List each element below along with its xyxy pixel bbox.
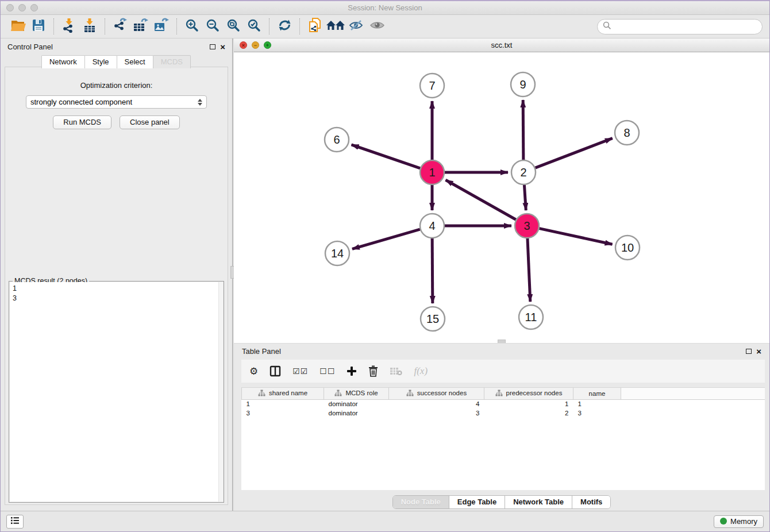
table-panel-header: Table Panel × xyxy=(234,344,769,358)
hide-selected-button[interactable] xyxy=(346,17,367,36)
graph-node-label: 8 xyxy=(623,126,630,139)
column-header-predecessor-nodes[interactable]: predecessor nodes xyxy=(484,388,573,399)
export-image-icon xyxy=(153,18,170,35)
import-network-button[interactable] xyxy=(59,17,79,36)
mcds-result-text[interactable]: 1 3 xyxy=(10,282,223,502)
select-all-rows-icon[interactable]: ☑☑ xyxy=(292,367,308,376)
minimize-window-button[interactable] xyxy=(18,4,26,11)
toolbar-separator xyxy=(269,18,270,34)
save-session-button[interactable] xyxy=(28,17,49,36)
graph-edge-2-9[interactable] xyxy=(523,100,523,160)
deselect-all-rows-icon[interactable]: ☐☐ xyxy=(319,367,335,376)
mcds-result-group: MCDS result (2 nodes) 1 3 xyxy=(9,281,224,503)
export-image-button[interactable] xyxy=(151,17,172,36)
search-input[interactable] xyxy=(615,22,757,31)
optimization-criterion-label: Optimization criterion: xyxy=(5,81,228,90)
graph-edge-2-3[interactable] xyxy=(524,185,526,210)
network-title: scc.txt xyxy=(491,41,513,49)
tab-network[interactable]: Network xyxy=(41,55,85,68)
run-mcds-button[interactable]: Run MCDS xyxy=(53,115,111,129)
table-settings-gear-icon[interactable]: ⚙ xyxy=(249,365,258,377)
export-network-button[interactable] xyxy=(110,17,130,36)
clone-network-button[interactable] xyxy=(305,17,325,36)
memory-label: Memory xyxy=(730,517,757,526)
zoom-in-button[interactable] xyxy=(182,17,202,36)
memory-button[interactable]: Memory xyxy=(714,515,764,528)
graph-edge-4-15[interactable] xyxy=(432,238,433,303)
tab-network-table[interactable]: Network Table xyxy=(505,496,572,508)
criterion-dropdown[interactable]: strongly connected component xyxy=(26,95,207,109)
tab-style[interactable]: Style xyxy=(84,55,117,68)
apply-layout-button[interactable] xyxy=(274,17,295,36)
task-history-button[interactable] xyxy=(6,515,24,529)
open-session-button[interactable] xyxy=(7,17,28,36)
add-column-plus-icon[interactable] xyxy=(346,366,357,376)
table-tabs: Node TableEdge TableNetwork TableMotifs xyxy=(392,495,611,509)
graph-edge-3-11[interactable] xyxy=(528,238,530,302)
control-panel-tabs: NetworkStyleSelectMCDS xyxy=(1,55,232,68)
close-window-button[interactable] xyxy=(6,4,14,11)
network-graph[interactable]: 7968124314101511 xyxy=(234,52,769,341)
graph-node-label: 3 xyxy=(523,219,530,232)
close-table-panel-icon[interactable]: × xyxy=(756,347,761,356)
zoom-fit-button[interactable] xyxy=(223,17,244,36)
export-table-icon xyxy=(133,18,149,35)
column-header-successor-nodes[interactable]: successor nodes xyxy=(389,388,484,399)
close-panel-button[interactable]: Close panel xyxy=(120,115,180,129)
graph-node-label: 2 xyxy=(520,166,526,179)
graph-edge-1-6[interactable] xyxy=(352,145,421,168)
tab-mcds[interactable]: MCDS xyxy=(153,55,191,68)
zoom-out-icon xyxy=(206,18,220,34)
control-panel: Control Panel × NetworkStyleSelectMCDS O… xyxy=(1,38,232,511)
search-icon xyxy=(603,21,611,32)
tab-edge-table[interactable]: Edge Table xyxy=(449,496,505,508)
first-neighbors-button[interactable] xyxy=(325,17,346,36)
network-canvas[interactable]: 7968124314101511 xyxy=(234,52,769,341)
node-table: shared nameMCDS rolesuccessor nodesprede… xyxy=(241,387,765,490)
import-network-icon xyxy=(61,18,76,35)
graph-node-label: 15 xyxy=(426,313,439,325)
window-title: Session: New Session xyxy=(348,3,422,12)
column-header-name[interactable]: name xyxy=(573,388,621,399)
tab-node-table[interactable]: Node Table xyxy=(393,496,449,508)
zoom-selected-button[interactable] xyxy=(244,17,264,36)
tab-select[interactable]: Select xyxy=(117,55,153,68)
delete-trash-icon[interactable] xyxy=(368,365,378,377)
tab-motifs[interactable]: Motifs xyxy=(572,496,610,508)
save-icon xyxy=(32,18,45,34)
column-header-mcds-role[interactable]: MCDS role xyxy=(324,388,389,399)
close-network-button[interactable]: × xyxy=(240,41,247,49)
graph-node-label: 6 xyxy=(333,133,340,146)
column-namespace-icon xyxy=(406,390,414,398)
table-row[interactable]: 3dominator323 xyxy=(242,408,765,418)
graph-edge-2-8[interactable] xyxy=(536,138,613,168)
result-scrollbar[interactable] xyxy=(218,282,223,502)
column-header-shared-name[interactable]: shared name xyxy=(242,388,324,399)
control-panel-header: Control Panel × xyxy=(1,38,232,55)
float-table-panel-icon[interactable] xyxy=(746,349,752,354)
column-namespace-icon xyxy=(334,390,342,398)
show-all-button[interactable] xyxy=(367,17,387,36)
zoom-out-button[interactable] xyxy=(202,17,223,36)
float-panel-icon[interactable] xyxy=(210,44,215,49)
window-titlebar: Session: New Session xyxy=(1,1,769,15)
table-row[interactable]: 1dominator411 xyxy=(242,399,765,408)
close-panel-icon[interactable]: × xyxy=(220,43,225,51)
import-table-button[interactable] xyxy=(79,17,100,36)
mcds-panel: Optimization criterion: strongly connect… xyxy=(5,67,228,505)
eye-slash-icon xyxy=(349,19,364,34)
graph-node-label: 10 xyxy=(621,241,634,254)
graph-edge-4-14[interactable] xyxy=(352,229,420,249)
export-table-button[interactable] xyxy=(130,17,151,36)
show-columns-icon[interactable] xyxy=(270,365,281,377)
minimize-network-button[interactable]: − xyxy=(252,41,259,49)
graph-edge-3-1[interactable] xyxy=(446,180,516,219)
maximize-network-button[interactable]: + xyxy=(264,41,271,49)
toolbar-separator xyxy=(105,18,105,34)
table-toolbar: ⚙ ☑☑ ☐☐ f(x) xyxy=(241,360,765,383)
maximize-window-button[interactable] xyxy=(30,4,38,11)
graph-edge-3-10[interactable] xyxy=(539,229,612,245)
two-houses-icon xyxy=(326,18,345,34)
toolbar-separator xyxy=(299,18,300,34)
search-box[interactable] xyxy=(597,19,763,34)
